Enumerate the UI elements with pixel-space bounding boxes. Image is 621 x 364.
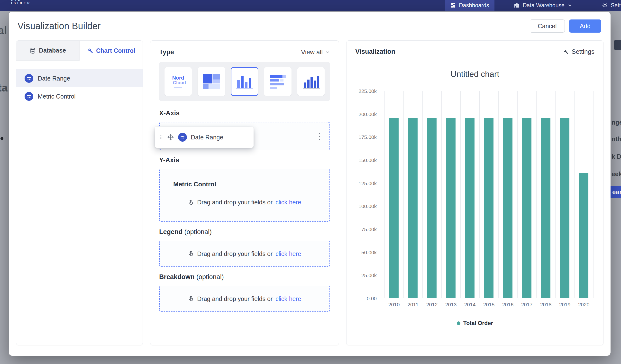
background-text-fragment: ta bbox=[0, 82, 8, 94]
bar-2017 bbox=[522, 118, 532, 298]
nav-item-settings[interactable]: Settings bbox=[597, 0, 621, 11]
builder-panel: Type View all Nord Cloud bbox=[150, 40, 339, 345]
breakdown-title-text: Breakdown bbox=[159, 273, 195, 280]
x-axis-tick-label: 2014 bbox=[460, 302, 479, 308]
x-axis-tick-label: 2018 bbox=[536, 302, 555, 308]
background-text-fragment: nthly bbox=[611, 135, 621, 143]
legend-dropzone[interactable]: Drag and drop your fields or click here bbox=[159, 241, 330, 267]
field-item-date-range[interactable]: Date Range bbox=[16, 69, 143, 87]
modal-title: Visualization Builder bbox=[17, 21, 101, 31]
tools-icon bbox=[87, 48, 93, 54]
field-item-metric-control[interactable]: Metric Control bbox=[16, 87, 143, 105]
hand-tap-icon bbox=[188, 199, 194, 206]
x-axis-tick-label: 2019 bbox=[555, 302, 574, 308]
x-axis-tick-label: 2017 bbox=[517, 302, 536, 308]
click-here-link[interactable]: click here bbox=[276, 199, 301, 206]
dragged-field-chip[interactable]: Date Range bbox=[155, 127, 254, 148]
bar-2015 bbox=[484, 118, 494, 298]
hand-tap-icon bbox=[188, 296, 194, 302]
chart-type-bar[interactable] bbox=[231, 67, 258, 96]
grid-line bbox=[403, 91, 404, 298]
y-axis-tick-label: 175.00k bbox=[359, 134, 377, 140]
breakdown-dropzone[interactable]: Drag and drop your fields or click here bbox=[159, 286, 330, 312]
field-item-label: Metric Control bbox=[38, 93, 76, 100]
fields-panel: Database Chart Control Date Rang bbox=[16, 40, 143, 345]
chart-settings-button[interactable]: Settings bbox=[563, 48, 594, 55]
chart-type-column[interactable] bbox=[297, 67, 325, 96]
word-cloud-word: Nord bbox=[172, 75, 184, 80]
chart-type-strip: Nord Cloud bbox=[159, 62, 330, 101]
drop-hint-text: Drag and drop your fields or bbox=[197, 295, 273, 302]
dashboards-grid-icon bbox=[450, 2, 456, 8]
grid-line bbox=[555, 91, 555, 298]
field-options-menu-icon[interactable]: ⋮ bbox=[315, 132, 324, 140]
chart-type-horizontal-bar[interactable] bbox=[264, 67, 291, 96]
view-all-dropdown[interactable]: View all bbox=[301, 48, 330, 56]
tab-database-label: Database bbox=[39, 47, 66, 54]
drop-hint-text: Drag and drop your fields or bbox=[197, 199, 273, 206]
visualization-panel: Visualization Settings Untitled chart 0.… bbox=[346, 40, 604, 345]
bar-chart-icon bbox=[236, 74, 253, 89]
nav-item-data-warehouse[interactable]: Data Warehouse bbox=[509, 0, 578, 11]
visualization-panel-title: Visualization bbox=[355, 48, 396, 55]
click-here-link[interactable]: click here bbox=[276, 295, 301, 302]
bar-2019 bbox=[560, 118, 569, 298]
tab-chart-control[interactable]: Chart Control bbox=[80, 41, 143, 61]
bar-2018 bbox=[541, 118, 551, 298]
add-button[interactable]: Add bbox=[569, 19, 601, 33]
chart-title: Untitled chart bbox=[346, 69, 603, 79]
chart-legend: Total Order bbox=[346, 320, 603, 327]
y-axis-tick-label: 125.00k bbox=[359, 181, 377, 186]
click-here-link[interactable]: click here bbox=[276, 250, 301, 258]
x-axis-tick-label: 2016 bbox=[498, 302, 517, 308]
y-axis-tick-label: 225.00k bbox=[359, 88, 377, 94]
legend-series-label: Total Order bbox=[463, 320, 493, 327]
x-axis-tick-label: 2012 bbox=[422, 302, 441, 308]
bar-2014 bbox=[465, 118, 475, 298]
gear-icon bbox=[602, 2, 608, 8]
background-text-fragment: nge bbox=[611, 119, 621, 126]
chart-type-treemap[interactable] bbox=[198, 67, 225, 96]
y-axis-tick-label: 200.00k bbox=[359, 111, 377, 117]
y-axis-tick-label: 75.00k bbox=[361, 226, 377, 232]
logo-line-2: ISIDER bbox=[11, 2, 31, 5]
background-text-fragment: al bbox=[0, 24, 7, 36]
grid-line bbox=[460, 91, 461, 298]
legend-dot bbox=[457, 321, 460, 325]
grid-line bbox=[479, 91, 480, 298]
legend-title-text: Legend bbox=[159, 228, 183, 236]
chip-label: Date Range bbox=[191, 134, 223, 141]
x-axis-labels: 2010201120122013201420152016201720182019… bbox=[384, 302, 593, 308]
plot-area bbox=[384, 91, 593, 298]
chart-type-word-cloud[interactable]: Nord Cloud bbox=[165, 67, 192, 96]
x-axis-tick-label: 2020 bbox=[574, 302, 593, 308]
nav-dashboards-label: Dashboards bbox=[459, 2, 489, 9]
chevron-down-icon bbox=[568, 3, 572, 8]
background-text-fragment: eekly bbox=[611, 170, 621, 178]
visualization-builder-modal: Visualization Builder Cancel Add Databas… bbox=[9, 12, 611, 356]
drag-handle-dots-icon bbox=[160, 135, 163, 140]
bar-2012 bbox=[427, 118, 437, 298]
drop-hint-text: Drag and drop your fields or bbox=[197, 250, 273, 258]
x-axis-tick-label: 2013 bbox=[441, 302, 460, 308]
cancel-button[interactable]: Cancel bbox=[530, 19, 565, 33]
y-axis-tick-label: 0.00 bbox=[367, 296, 377, 301]
nav-item-dashboards[interactable]: Dashboards bbox=[445, 0, 495, 11]
year-button-fragment[interactable]: ear bbox=[610, 186, 621, 198]
breakdown-section-title: Breakdown (optional) bbox=[159, 273, 330, 281]
grid-line bbox=[498, 91, 499, 298]
move-icon bbox=[167, 134, 174, 141]
legend-optional-text: (optional) bbox=[184, 228, 212, 236]
grid-line bbox=[384, 91, 385, 298]
column-chart-icon bbox=[302, 74, 320, 89]
x-axis-tick-label: 2015 bbox=[479, 302, 498, 308]
x-axis-dropzone[interactable]: Date Range ⋮ bbox=[159, 122, 330, 150]
horizontal-bar-chart-icon bbox=[269, 74, 286, 89]
chevron-down-icon bbox=[325, 50, 330, 55]
modal-header: Visualization Builder Cancel Add bbox=[9, 12, 611, 40]
y-axis-dropzone[interactable]: Metric Control Drag and drop your fields… bbox=[159, 169, 330, 222]
save-icon-fragment bbox=[614, 40, 621, 50]
x-axis-section-title: X-Axis bbox=[159, 109, 330, 117]
tab-database[interactable]: Database bbox=[16, 41, 80, 61]
y-axis-tick-label: 25.00k bbox=[361, 273, 377, 278]
